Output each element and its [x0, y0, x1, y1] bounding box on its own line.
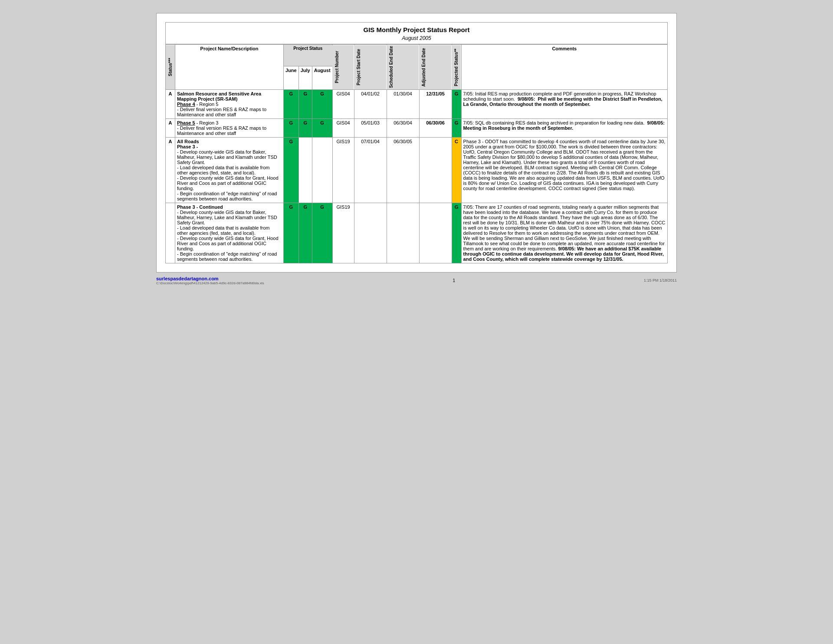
footer-brand: surlespasdedartagnon.com C:\Docstoc\Work…	[156, 276, 264, 285]
row2-comment: 7/05: SQL db containing RES data being a…	[461, 118, 667, 137]
row3-comment: Phase 3 - ODOT has committed to develop …	[461, 137, 667, 203]
row3-start-date: 07/01/04	[354, 137, 387, 203]
row3-title: All Roads	[177, 139, 199, 144]
row3-status: A	[166, 137, 175, 203]
row3-proj-number: GIS19	[332, 137, 354, 203]
row2-adjusted-end: 06/30/06	[419, 118, 452, 137]
adjusted-end-header: Adjusted End Date	[419, 45, 452, 90]
august-header: August	[312, 66, 332, 89]
row1-august: G	[312, 89, 332, 118]
row3-details: - Develop county-wide GIS data for Baker…	[177, 149, 279, 201]
table-row: A Phase 5 - Region 3 - Deliver final ver…	[166, 118, 668, 137]
row4-august: G	[312, 203, 332, 263]
row1-proj-number: GIS04	[332, 89, 354, 118]
projected-status-header: Projected Status**	[452, 45, 461, 90]
start-date-header: Project Start Date	[354, 45, 387, 90]
row3-adjusted-end	[419, 137, 452, 203]
row2-region: - Region 3	[195, 120, 219, 125]
row3-proj-status: C	[452, 137, 461, 203]
row3-scheduled-end: 06/30/05	[387, 137, 419, 203]
row4-start-date	[354, 203, 387, 263]
report-title: GIS Monthly Project Status Report	[165, 22, 668, 34]
brand-name: surlespasdedartagnon.com	[156, 276, 264, 281]
row3-project-name: All Roads Phase 3 - - Develop county-wid…	[175, 137, 284, 203]
row3-july	[298, 137, 312, 203]
report-page: GIS Monthly Project Status Report August…	[156, 13, 677, 273]
row1-status: A	[166, 89, 175, 118]
file-path: C:\Docstoc\Working\pdf\41212429-9ab5-4d9…	[156, 281, 264, 285]
row1-phase-label: Phase 4 - Region 5	[177, 102, 218, 107]
report-subtitle: August 2005	[165, 34, 668, 44]
row1-project-name: Salmon Resource and Sensitive Area Mappi…	[175, 89, 284, 118]
footer: surlespasdedartagnon.com C:\Docstoc\Work…	[156, 276, 677, 285]
row4-july: G	[298, 203, 312, 263]
row1-project-title: Salmon Resource and Sensitive Area Mappi…	[177, 91, 261, 102]
row2-august: G	[312, 118, 332, 137]
row1-scheduled-end: 01/30/04	[387, 89, 419, 118]
row4-comment-bold: 9/08/05: We have an additional $75K avai…	[463, 246, 664, 262]
row2-status: A	[166, 118, 175, 137]
row2-project-name: Phase 5 - Region 3 - Deliver final versi…	[175, 118, 284, 137]
row1-details: - Deliver final version RES & RAZ maps t…	[177, 107, 266, 117]
row3-june: G	[284, 137, 299, 203]
table-row: Phase 3 - Continued - Develop county-wid…	[166, 203, 668, 263]
row2-june: G	[284, 118, 299, 137]
row4-adjusted-end	[419, 203, 452, 263]
status-table: Status*** Project Name/Description Proje…	[165, 44, 668, 263]
row1-comment-bold: 9/08/05: Phil will be meeting with the D…	[463, 96, 662, 107]
row3-phase: Phase 3 -	[177, 144, 198, 149]
row1-start-date: 04/01/02	[354, 89, 387, 118]
row2-proj-number: GIS04	[332, 118, 354, 137]
row2-july: G	[298, 118, 312, 137]
row2-scheduled-end: 06/30/04	[387, 118, 419, 137]
row4-proj-status: G	[452, 203, 461, 263]
row2-start-date: 05/01/03	[354, 118, 387, 137]
table-row: A Salmon Resource and Sensitive Area Map…	[166, 89, 668, 118]
scheduled-end-header: Scheduled End Date	[387, 45, 419, 90]
row4-status	[166, 203, 175, 263]
project-name-header: Project Name/Description	[175, 45, 284, 90]
row1-july: G	[298, 89, 312, 118]
row4-project-name: Phase 3 - Continued - Develop county-wid…	[175, 203, 284, 263]
row4-title: Phase 3 - Continued	[177, 204, 223, 210]
row1-proj-status: G	[452, 89, 461, 118]
table-row: A All Roads Phase 3 - - Develop county-w…	[166, 137, 668, 203]
row2-details: - Deliver final version RES & RAZ maps t…	[177, 125, 266, 136]
project-number-header: Project Number	[332, 45, 354, 90]
row3-august	[312, 137, 332, 203]
timestamp: 1:15 PM 1/18/2011	[644, 278, 677, 283]
row2-proj-status: G	[452, 118, 461, 137]
status-header: Status***	[166, 45, 175, 90]
page-number: 1	[453, 278, 455, 283]
june-header: June	[284, 66, 299, 89]
row1-adjusted-end: 12/31/05	[419, 89, 452, 118]
row1-comment: 7/05: Initial RES map production complet…	[461, 89, 667, 118]
row4-comment: 7/05: There are 17 counties of road segm…	[461, 203, 667, 263]
row4-proj-number: GIS19	[332, 203, 354, 263]
row4-details: - Develop county-wide GIS data for Baker…	[177, 210, 279, 262]
row1-phase: Phase 4	[177, 102, 195, 107]
july-header: July	[298, 66, 312, 89]
project-status-header: Project Status	[284, 45, 333, 66]
row4-june: G	[284, 203, 299, 263]
row2-phase5: Phase 5	[177, 120, 195, 125]
comments-header: Comments	[461, 45, 667, 90]
row2-comment-bold: 9/08/05: Meeting in Roseburg in the mont…	[463, 120, 665, 131]
row1-june: G	[284, 89, 299, 118]
row4-scheduled-end	[387, 203, 419, 263]
